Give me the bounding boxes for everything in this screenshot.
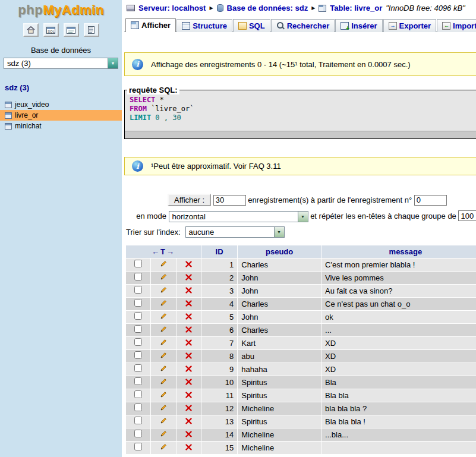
rows-count-input[interactable]	[213, 195, 246, 206]
delete-x-icon	[185, 365, 192, 372]
pencil-icon	[159, 286, 168, 294]
column-header-id[interactable]: ID	[201, 245, 237, 258]
tab[interactable]: Importer	[437, 19, 476, 32]
edit-button[interactable]	[159, 338, 168, 346]
cell-message: XD	[321, 363, 476, 376]
mode-select[interactable]: horizontal ▼	[169, 211, 308, 222]
delete-button[interactable]	[185, 392, 192, 398]
row-checkbox[interactable]	[134, 312, 142, 320]
edit-button[interactable]	[159, 430, 168, 438]
delete-button[interactable]	[185, 431, 192, 437]
delete-button[interactable]	[185, 339, 192, 346]
column-header-message[interactable]: message	[321, 245, 476, 258]
row-edit-cell	[151, 402, 175, 415]
row-checkbox[interactable]	[134, 377, 142, 385]
edit-button[interactable]	[159, 273, 168, 281]
delete-button[interactable]	[185, 444, 192, 450]
table-row: 8 abu XD	[126, 350, 476, 363]
home-button[interactable]	[23, 23, 39, 37]
tab[interactable]: Insérer	[335, 19, 382, 32]
delete-button[interactable]	[185, 405, 192, 411]
delete-button[interactable]	[185, 300, 192, 307]
tab[interactable]: Structure	[176, 19, 232, 32]
delete-button[interactable]	[185, 274, 192, 280]
row-checkbox[interactable]	[134, 404, 142, 411]
delete-button[interactable]	[185, 313, 192, 320]
row-checkbox[interactable]	[134, 273, 142, 280]
mode-label: en mode	[136, 212, 166, 220]
query-window-button[interactable]	[64, 23, 79, 37]
sidebar-table-item[interactable]: minichat	[0, 121, 122, 131]
sidebar-table-item[interactable]: jeux_video	[0, 99, 122, 110]
tab[interactable]: Afficher	[125, 18, 176, 32]
server-link[interactable]: Serveur: localhost	[138, 4, 206, 12]
row-edit-cell	[151, 428, 175, 441]
row-checkbox[interactable]	[134, 417, 142, 424]
edit-button[interactable]	[159, 351, 168, 360]
docs-icon	[88, 26, 94, 34]
edit-button[interactable]	[159, 299, 168, 307]
sidebar-table-item[interactable]: livre_or	[0, 110, 122, 121]
edit-button[interactable]	[159, 260, 168, 268]
table-row: 7 Kart XD	[126, 337, 476, 349]
start-record-input[interactable]	[414, 195, 447, 206]
row-checkbox[interactable]	[134, 430, 142, 437]
tab[interactable]: Rechercher	[271, 19, 335, 32]
table-list: jeux_video livre_or minichat	[0, 99, 122, 131]
phpmyadmin-logo[interactable]: phpMyAdmin	[0, 2, 122, 18]
dropdown-arrow-icon: ▼	[274, 227, 284, 237]
delete-button[interactable]	[185, 261, 192, 267]
pencil-icon	[159, 312, 168, 320]
delete-button[interactable]	[185, 365, 192, 372]
database-heading-link[interactable]: sdz (3)	[5, 83, 122, 92]
edit-button[interactable]	[159, 390, 168, 399]
row-checkbox[interactable]	[134, 364, 142, 372]
edit-button[interactable]	[159, 417, 168, 425]
row-checkbox[interactable]	[134, 260, 142, 267]
table-link[interactable]: Table: livre_or	[330, 4, 382, 12]
row-select-cell	[126, 363, 150, 376]
database-select[interactable]: sdz (3) ▼	[4, 58, 118, 69]
cell-message: Ce n'est pas un chat o_o	[321, 298, 476, 310]
row-checkbox[interactable]	[134, 325, 142, 333]
tab[interactable]: SQL	[233, 19, 270, 32]
row-checkbox[interactable]	[134, 286, 142, 294]
row-delete-cell	[176, 350, 201, 363]
edit-button[interactable]	[159, 443, 168, 451]
column-header-pseudo[interactable]: pseudo	[238, 245, 321, 258]
repeat-count-input[interactable]	[458, 210, 476, 221]
row-delete-cell	[176, 324, 201, 336]
database-link[interactable]: Base de données: sdz	[227, 4, 308, 12]
row-delete-cell	[176, 428, 201, 441]
edit-button[interactable]	[159, 404, 168, 412]
pencil-icon	[159, 273, 168, 281]
tab-label: Rechercher	[287, 21, 330, 30]
delete-button[interactable]	[185, 418, 192, 424]
edit-button[interactable]	[159, 312, 168, 320]
cell-pseudo: Spiritus	[238, 376, 321, 389]
delete-button[interactable]	[185, 287, 192, 294]
show-button[interactable]: Afficher :	[168, 194, 211, 206]
sql-keyword: SELECT	[130, 96, 155, 104]
delete-x-icon	[185, 287, 192, 294]
row-checkbox[interactable]	[134, 390, 142, 398]
logo-php-text: php	[18, 2, 43, 17]
row-checkbox[interactable]	[134, 443, 142, 450]
tab[interactable]: Exporter	[383, 19, 436, 32]
actions-header[interactable]: ←T→	[126, 245, 201, 258]
row-checkbox[interactable]	[134, 338, 142, 346]
delete-button[interactable]	[185, 326, 192, 333]
docs-button[interactable]	[84, 23, 99, 37]
edit-button[interactable]	[159, 364, 168, 373]
delete-button[interactable]	[185, 352, 192, 359]
row-checkbox[interactable]	[134, 351, 142, 359]
edit-button[interactable]	[159, 286, 168, 294]
sort-index-select[interactable]: aucune ▼	[185, 226, 285, 238]
edit-button[interactable]	[159, 377, 168, 386]
delete-x-icon	[185, 405, 192, 411]
sql-window-button[interactable]: SQL	[43, 23, 59, 37]
cell-pseudo: Micheline	[238, 402, 321, 415]
edit-button[interactable]	[159, 325, 168, 333]
delete-button[interactable]	[185, 379, 192, 385]
row-checkbox[interactable]	[134, 299, 142, 307]
